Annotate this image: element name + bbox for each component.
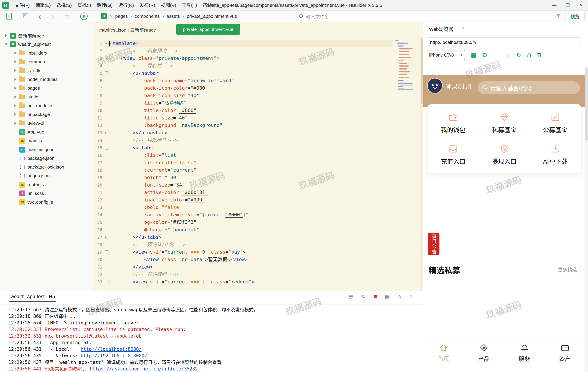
close-button[interactable]: ×: [574, 0, 588, 11]
breadcrumb-item[interactable]: components: [135, 14, 160, 19]
tree-item[interactable]: {}manifest.json: [0, 145, 93, 154]
rerun-icon[interactable]: ↻: [361, 293, 366, 299]
grid-item[interactable]: 私募基金: [479, 107, 530, 139]
console-tab[interactable]: wealth_app-test - H5: [9, 294, 56, 302]
snapshot-icon[interactable]: ▣: [385, 293, 390, 299]
breadcrumb-item[interactable]: private_appointment.vue: [187, 14, 237, 19]
chevron-right-icon[interactable]: [12, 96, 18, 98]
menu-item[interactable]: 查找(I): [75, 0, 94, 11]
tree-item[interactable]: [ ]pages.json: [0, 171, 93, 180]
breadcrumb-item[interactable]: pages: [115, 14, 128, 19]
code-line[interactable]: 26 @change="changeTab": [93, 226, 423, 233]
chevron-right-icon[interactable]: [3, 34, 9, 37]
close-browser-tab-icon[interactable]: ×: [461, 24, 464, 31]
code-area[interactable]: 1<template>2 <!-- 私募预约 -->3 <view class=…: [93, 40, 423, 286]
tree-item[interactable]: [ ]package-lock.json: [0, 163, 93, 171]
chevron-right-icon[interactable]: [12, 104, 18, 107]
tree-item[interactable]: JSmain.js: [0, 136, 93, 145]
browser-scrollbar-thumb[interactable]: [585, 67, 588, 141]
new-file-icon[interactable]: [6, 13, 12, 20]
code-line[interactable]: 11 title-size="40": [93, 114, 423, 122]
tabbar-item[interactable]: 服务: [504, 340, 545, 366]
menu-item[interactable]: 视图(V): [158, 0, 179, 11]
chevron-right-icon[interactable]: [12, 113, 18, 116]
menu-item[interactable]: 文件(F): [12, 0, 33, 11]
code-line[interactable]: 24 :active-item-style="{color: '#000'}": [93, 211, 423, 219]
open-console-icon[interactable]: ▣: [471, 52, 476, 58]
stop-icon[interactable]: ■: [374, 293, 377, 299]
menu-item[interactable]: 运行(R): [116, 0, 137, 11]
code-line[interactable]: 20 font-size="34": [93, 181, 423, 189]
menu-item[interactable]: 工具(T): [179, 0, 200, 11]
chevron-right-icon[interactable]: [12, 61, 18, 63]
menu-item[interactable]: 跳转(G): [94, 0, 116, 11]
avatar[interactable]: [428, 78, 442, 93]
filter-funnel-icon[interactable]: [556, 14, 561, 18]
fold-marker-icon[interactable]: [104, 233, 109, 241]
refresh-icon[interactable]: ↻: [516, 52, 521, 58]
collapse-breadcrumb-icon[interactable]: «: [110, 13, 113, 20]
code-line[interactable]: 5 <u-navbar: [93, 69, 423, 77]
code-line[interactable]: 6 back-icon-name="arrow-leftward": [93, 77, 423, 84]
chevron-right-icon[interactable]: [12, 78, 18, 81]
editor-scrollbar-thumb[interactable]: [421, 38, 423, 104]
maximize-button[interactable]: ☐: [561, 0, 574, 11]
collapse-panel-icon[interactable]: ∧: [398, 293, 402, 299]
code-line[interactable]: 15 <u-tabs: [93, 144, 423, 152]
code-line[interactable]: 2 <!-- 私募预约 -->: [93, 47, 423, 55]
fold-marker-icon[interactable]: [104, 278, 109, 286]
forward-icon[interactable]: ›: [51, 12, 54, 20]
code-line[interactable]: 13 ></u-navbar>: [93, 129, 423, 137]
code-line[interactable]: 23 :bold="false": [93, 204, 423, 211]
run-icon[interactable]: [80, 12, 88, 20]
code-line[interactable]: 9 title="私募预约": [93, 99, 423, 107]
tree-item[interactable]: JSrouter.js: [0, 180, 93, 189]
code-line[interactable]: 21 active-color="#d8b181": [93, 189, 423, 196]
tree-item[interactable]: VApp.vue: [0, 128, 93, 136]
fold-marker-icon[interactable]: [104, 129, 109, 137]
code-line[interactable]: 29 <view v-if="current === 0" class="buy…: [93, 248, 423, 256]
tree-item[interactable]: js_sdk: [0, 66, 93, 75]
breadcrumb-item[interactable]: assets: [167, 14, 180, 19]
code-line[interactable]: 17 :is-scroll="false": [93, 159, 423, 166]
grid-item[interactable]: 充值入口: [428, 139, 479, 170]
code-line[interactable]: 33 <view v-if="current === 1" class="red…: [93, 278, 423, 286]
code-line[interactable]: 31 </view>: [93, 263, 423, 271]
console-link[interactable]: http://localhost:8080/: [81, 347, 142, 352]
console-link[interactable]: http://192.168.1.8:8080/: [81, 353, 147, 358]
code-line[interactable]: 28 <!-- 预约认/申购 -->: [93, 241, 423, 248]
code-line[interactable]: 12 :background="navBackground": [93, 122, 423, 129]
menu-item[interactable]: 发行(R): [137, 0, 158, 11]
tabbar-item[interactable]: 资产: [545, 340, 585, 366]
save-icon[interactable]: [22, 13, 28, 19]
tree-item[interactable]: common: [0, 57, 93, 66]
login-register-link[interactable]: 登录/注册: [446, 82, 472, 90]
chevron-right-icon[interactable]: [12, 87, 18, 89]
code-line[interactable]: 30 <view class="no-data">暂无数据</view>: [93, 256, 423, 263]
fold-marker-icon[interactable]: [104, 40, 109, 47]
fold-marker-icon[interactable]: [104, 144, 109, 152]
nav-back-icon[interactable]: ←: [493, 52, 499, 58]
chevron-right-icon[interactable]: [12, 52, 18, 54]
code-line[interactable]: 7 back-icon-color="#000": [93, 84, 423, 92]
tabbar-item[interactable]: 首页: [423, 340, 464, 366]
code-line[interactable]: 14 <!-- 导航标签 -->: [93, 137, 423, 144]
console-link[interactable]: https://ask.dcloud.net.cn/article/35232: [90, 366, 198, 372]
tree-item[interactable]: pages: [0, 84, 93, 92]
nav-forward-icon[interactable]: →: [505, 52, 510, 58]
tree-item[interactable]: node_modules: [0, 75, 93, 84]
clear-log-icon[interactable]: ▤: [348, 293, 354, 299]
tree-item[interactable]: [ ]package.json: [0, 154, 93, 163]
tree-item[interactable]: .hbuilderx: [0, 49, 93, 57]
tree-item[interactable]: u最新前端ace: [0, 31, 93, 40]
file-search-input[interactable]: 输入文件名: [296, 12, 550, 20]
menu-item[interactable]: 编辑(E): [33, 0, 54, 11]
more-featured-button[interactable]: 更多精选: [554, 264, 581, 274]
settings-gear-icon[interactable]: ⚙: [482, 52, 487, 58]
back-icon[interactable]: ‹: [38, 12, 41, 20]
editor-scrollbar[interactable]: [420, 37, 423, 291]
code-line[interactable]: 8 back-icon-size="40": [93, 92, 423, 99]
chevron-right-icon[interactable]: [12, 69, 18, 72]
code-line[interactable]: 4 <!-- 导航栏 -->: [93, 62, 423, 69]
tab-manifest-json[interactable]: manifest.json | 最新前端ace: [99, 26, 156, 33]
